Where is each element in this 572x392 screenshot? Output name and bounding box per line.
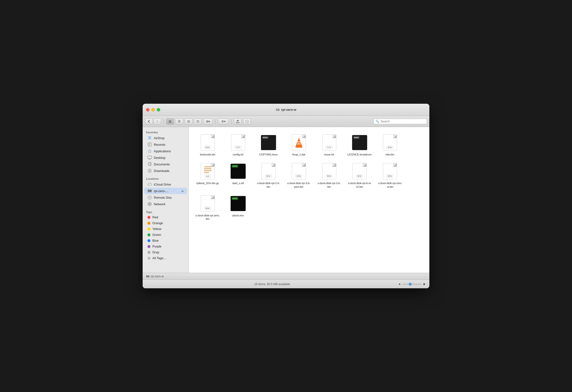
zoom-slider[interactable]: ◾ ◾ bbox=[398, 282, 426, 286]
back-button[interactable] bbox=[145, 118, 153, 125]
all-tags-dot bbox=[147, 257, 150, 260]
sidebar-item-desktop[interactable]: Desktop bbox=[144, 155, 187, 161]
file-item-fixup[interactable]: fixup_x.dat bbox=[285, 132, 313, 158]
gz-stripe-1 bbox=[204, 166, 211, 167]
config-label: config.txt bbox=[233, 153, 243, 156]
mbr-icon: BIN bbox=[383, 134, 397, 151]
config-icon-wrap: TXT bbox=[229, 134, 247, 151]
licence-icon-wrap: exec bbox=[351, 134, 368, 151]
copying-label: COPYING.linux bbox=[259, 153, 277, 156]
file-item-uboot-env[interactable]: exec uboot.env bbox=[224, 193, 252, 223]
sidebar-item-tag-all[interactable]: All Tags... bbox=[144, 255, 187, 261]
eject-icon[interactable]: ⏏ bbox=[181, 189, 184, 193]
view-column-button[interactable]: ⊟ bbox=[185, 118, 192, 125]
uboot-rpib-rev2-type: BIN bbox=[356, 174, 363, 178]
file-item-uboot-rpi3bplus[interactable]: BIN u-boot-dtok-rpi-3-b-plus.bin bbox=[285, 160, 313, 190]
green-tag-label: Green bbox=[152, 233, 161, 236]
sidebar-item-downloads[interactable]: Downloads bbox=[144, 168, 187, 174]
svg-point-19 bbox=[150, 191, 151, 191]
icloud-icon bbox=[147, 182, 152, 187]
view-list-button[interactable]: ☰ bbox=[175, 118, 183, 125]
file-item-uboot-rpi-zero[interactable]: BIN u-boot-dtok-rpi-zero.bin bbox=[194, 193, 222, 223]
minimize-button[interactable] bbox=[151, 108, 155, 111]
sidebar-item-tag-yellow[interactable]: Yellow bbox=[144, 226, 187, 232]
uboot-rpi-zero-type: BIN bbox=[204, 207, 211, 210]
file-item-config[interactable]: TXT config.txt bbox=[224, 132, 252, 158]
svg-point-4 bbox=[149, 137, 150, 138]
svg-point-31 bbox=[148, 276, 149, 276]
view-group-button[interactable]: ⊞▾ bbox=[203, 118, 213, 125]
sidebar-item-tag-gray[interactable]: Gray bbox=[144, 250, 187, 255]
sidebar-item-tag-purple[interactable]: Purple bbox=[144, 244, 187, 249]
file-item-mbr[interactable]: BIN mbr.bin bbox=[376, 132, 404, 158]
bootcode-label: bootcode.bin bbox=[200, 153, 215, 156]
fixup-icon bbox=[292, 134, 306, 151]
sidebar-item-tag-green[interactable]: Green bbox=[144, 232, 187, 237]
green-tag-dot bbox=[147, 233, 150, 236]
sidebar-item-airdrop[interactable]: AirDrop bbox=[144, 135, 187, 141]
remote-disc-label: Remote Disc bbox=[154, 196, 172, 199]
favorites-header: Favorites bbox=[143, 129, 189, 135]
share-button[interactable] bbox=[234, 118, 241, 125]
view-cover-button[interactable]: ⊡ bbox=[194, 118, 202, 125]
close-button[interactable] bbox=[146, 108, 149, 111]
action-button[interactable]: ⚙▾ bbox=[218, 118, 229, 125]
locations-header: Locations bbox=[143, 176, 189, 181]
tags-header: Tags bbox=[143, 209, 189, 214]
sidebar: Favorites AirDrop Recents Applications bbox=[143, 127, 189, 273]
forward-button[interactable] bbox=[153, 118, 161, 125]
svg-rect-20 bbox=[148, 190, 150, 191]
file-item-uboot-rpi3b[interactable]: BIN u-boot-dtok-rpi-3-b.bin bbox=[315, 160, 343, 190]
uboot-rpi2b-icon-wrap: BIN bbox=[260, 162, 277, 180]
sidebar-item-recents[interactable]: Recents bbox=[144, 141, 187, 148]
file-item-bootcode[interactable]: BIN bootcode.bin bbox=[194, 132, 222, 158]
uboot-rpi-zerow-icon: BIN bbox=[383, 163, 397, 179]
config-type: TXT bbox=[235, 146, 241, 149]
search-box[interactable]: 🔍 bbox=[373, 119, 427, 124]
slider-thumb[interactable] bbox=[409, 283, 412, 286]
file-item-uboot-rpi2b[interactable]: BIN u-boot-dtok-rpi-2-b.bin bbox=[254, 160, 282, 190]
sidebar-item-tag-orange[interactable]: Orange bbox=[144, 220, 187, 226]
uboot-env-label: uboot.env bbox=[232, 214, 244, 217]
sidebar-item-network[interactable]: Network bbox=[144, 201, 187, 207]
file-item-issue[interactable]: TXT issue.txt bbox=[315, 132, 343, 158]
blue-tag-dot bbox=[147, 239, 150, 242]
bootcode-icon: BIN bbox=[201, 134, 215, 151]
uboot-env-icon-wrap: exec bbox=[229, 195, 247, 212]
uboot-rpi3b-type: BIN bbox=[326, 174, 333, 178]
toolbar: ⊞ ☰ ⊟ ⊡ ⊞▾ ⚙▾ 🔍 bbox=[143, 116, 429, 127]
slider-track[interactable] bbox=[402, 284, 421, 285]
gz-stripes bbox=[204, 166, 211, 173]
uboot-rpi-zerow-type: BIN bbox=[387, 174, 393, 178]
issue-icon-wrap: TXT bbox=[320, 134, 338, 151]
sidebar-item-tag-blue[interactable]: Blue bbox=[144, 238, 187, 243]
file-item-licence[interactable]: exec LICENCE.broadcom bbox=[346, 132, 373, 158]
sidebar-item-icloud[interactable]: iCloud Drive bbox=[144, 181, 187, 188]
sidebar-item-rpi[interactable]: rpi-zero-... ⏏ bbox=[144, 188, 187, 194]
sidebar-item-remote-disc[interactable]: Remote Disc bbox=[144, 194, 187, 201]
svg-rect-9 bbox=[148, 156, 152, 159]
toolbar-separator-3 bbox=[231, 119, 231, 124]
maximize-button[interactable] bbox=[157, 108, 160, 111]
gz-stripe-2 bbox=[204, 168, 211, 169]
file-item-copying[interactable]: exec COPYING.linux bbox=[254, 132, 282, 158]
tag-button[interactable] bbox=[243, 118, 251, 125]
file-item-uboot-rpi-zerow[interactable]: BIN u-boot-dtok-rpi-zero-w.bin bbox=[376, 160, 404, 190]
copying-exec-label: exec bbox=[262, 136, 269, 139]
sidebar-item-applications[interactable]: Applications bbox=[144, 148, 187, 154]
mbr-type: BIN bbox=[387, 146, 393, 149]
view-icon-button[interactable]: ⊞ bbox=[166, 118, 174, 125]
search-input[interactable] bbox=[381, 120, 425, 123]
sidebar-item-documents[interactable]: Documents bbox=[144, 161, 187, 167]
recents-label: Recents bbox=[154, 143, 165, 146]
documents-label: Documents bbox=[154, 162, 170, 166]
location-bar: rpi-zero-w bbox=[143, 273, 429, 280]
file-item-start-x[interactable]: exec start_x.elf bbox=[224, 160, 252, 190]
uboot-rpi2b-icon: BIN bbox=[261, 163, 276, 179]
file-item-uboot-rpib-rev2[interactable]: BIN u-boot-dtok-rpi-b-rev2.bin bbox=[346, 160, 373, 190]
gz-stripe-3 bbox=[204, 170, 211, 171]
file-item-rpiboot[interactable]: GZ rpiboot_32m.bin.gz bbox=[194, 160, 222, 190]
blue-tag-label: Blue bbox=[152, 239, 159, 242]
sidebar-item-tag-red[interactable]: Red bbox=[144, 215, 187, 220]
licence-icon: exec bbox=[352, 135, 367, 150]
